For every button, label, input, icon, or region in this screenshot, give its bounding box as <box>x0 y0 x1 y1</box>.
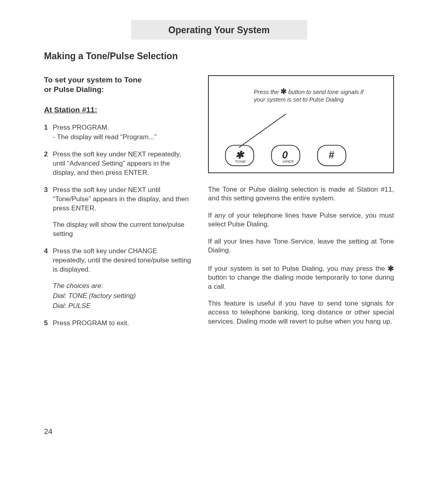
step-text: Press PROGRAM. <box>53 123 192 132</box>
page-title: Making a Tone/Pulse Selection <box>44 51 394 62</box>
station-heading: At Station #11: <box>44 106 192 114</box>
step-choice: The choices are: <box>53 282 192 291</box>
info-para: If your system is set to Pulse Dialing, … <box>208 263 394 291</box>
key-hash: # <box>318 145 346 166</box>
diagram-tip: Press the ✱ button to send tone signals … <box>254 87 376 103</box>
step-body: Press the soft key under NEXT until “Ton… <box>53 186 192 240</box>
key-sub: TONE <box>235 159 246 164</box>
page-number: 24 <box>44 427 52 436</box>
step-note: The display will show the current tone/p… <box>53 220 192 239</box>
step-number: 4 <box>44 247 53 312</box>
step-text: Press the soft key under NEXT until “Ton… <box>53 186 192 213</box>
step-number: 5 <box>44 319 53 329</box>
step-4: 4 Press the soft key under CHANGE repeat… <box>44 247 192 312</box>
pointer-line <box>239 114 286 148</box>
step-text: Press PROGRAM to exit. <box>53 319 192 328</box>
info-para: If all your lines have Tone Service, lea… <box>208 237 394 255</box>
info-para: This feature is useful if you have to se… <box>208 299 394 326</box>
procedure-heading: To set your system to Tone or Pulse Dial… <box>44 75 192 94</box>
step-choice: Dial: PULSE <box>53 302 192 311</box>
step-2: 2 Press the soft key under NEXT repeated… <box>44 150 192 178</box>
step-body: Press the soft key under NEXT repeatedly… <box>53 150 192 178</box>
step-text: Press the soft key under NEXT repeatedly… <box>53 150 192 178</box>
step-1: 1 Press PROGRAM. - The display will read… <box>44 123 192 143</box>
para-pre: If your system is set to Pulse Dialing, … <box>208 265 388 272</box>
info-para: The Tone or Pulse dialing selection is m… <box>208 185 394 203</box>
star-icon: ✱ <box>388 264 394 274</box>
step-choice: Dial: TONE (factory setting) <box>53 292 192 301</box>
keypad-diagram: Press the ✱ button to send tone signals … <box>208 75 394 173</box>
step-number: 2 <box>44 150 53 178</box>
right-column: Press the ✱ button to send tone signals … <box>208 75 394 334</box>
step-number: 1 <box>44 123 53 143</box>
content-columns: To set your system to Tone or Pulse Dial… <box>44 75 394 336</box>
step-5: 5 Press PROGRAM to exit. <box>44 319 192 329</box>
tip-pre: Press the <box>254 88 280 95</box>
step-text: - The display will read “Program...” <box>53 133 192 142</box>
key-main: 0 <box>282 149 288 160</box>
star-icon: ✱ <box>280 88 287 96</box>
subhead-line2: or Pulse Dialing: <box>44 85 104 94</box>
step-text: Press the soft key under CHANGE repeated… <box>53 247 192 274</box>
left-column: To set your system to Tone or Pulse Dial… <box>44 75 192 336</box>
info-para: If any of your telephone lines have Puls… <box>208 211 394 229</box>
step-body: Press the soft key under CHANGE repeated… <box>53 247 192 312</box>
step-body: Press PROGRAM. - The display will read “… <box>53 123 192 143</box>
key-main: ✱ <box>235 149 245 160</box>
step-body: Press PROGRAM to exit. <box>53 319 192 329</box>
key-sub: OPER <box>282 159 294 164</box>
key-zero: 0 OPER <box>272 145 300 166</box>
section-header: Operating Your System <box>131 20 307 40</box>
subhead-line1: To set your system to Tone <box>44 76 142 84</box>
step-3: 3 Press the soft key under NEXT until “T… <box>44 186 192 240</box>
key-star: ✱ TONE <box>226 145 254 166</box>
diagram-svg: Press the ✱ button to send tone signals … <box>209 76 393 172</box>
para-post: button to change the dialing mode tempor… <box>208 274 394 290</box>
step-number: 3 <box>44 186 53 240</box>
key-main: # <box>328 149 334 160</box>
